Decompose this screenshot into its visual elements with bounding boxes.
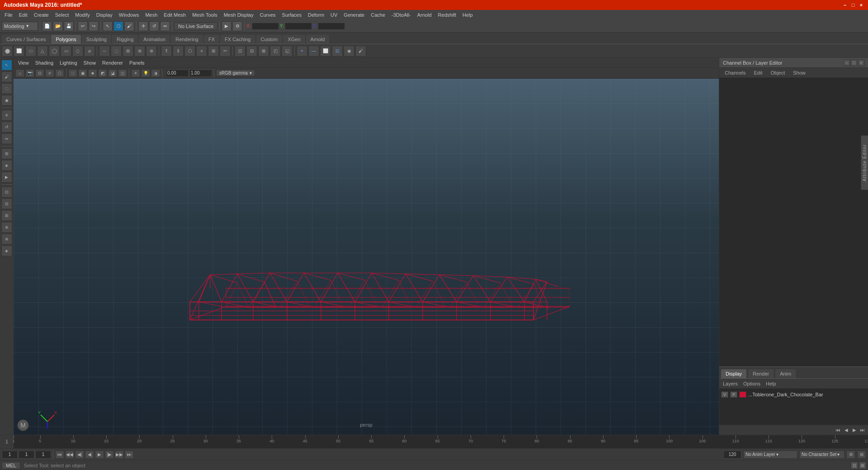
- vp-value1-input[interactable]: [166, 70, 189, 77]
- mel-button[interactable]: MEL: [2, 462, 20, 469]
- render-button[interactable]: ▶: [222, 21, 231, 31]
- soft-select-icon[interactable]: ◉: [344, 46, 354, 56]
- status-icon-2[interactable]: ⊞: [859, 462, 866, 469]
- vp-shading-3[interactable]: ■: [88, 69, 97, 77]
- select-mode-button[interactable]: ↖: [1, 60, 12, 70]
- bevel-icon[interactable]: ⬠: [184, 46, 195, 56]
- layer-row[interactable]: V P ...Toblerone_Dark_Chocolate_Bar: [721, 390, 866, 399]
- ch-tab-edit[interactable]: Edit: [750, 69, 766, 76]
- side-tool-1[interactable]: ⊡: [1, 187, 12, 197]
- vp-shading-5[interactable]: ◪: [108, 69, 117, 77]
- vp-menu-panels[interactable]: Panels: [127, 59, 147, 66]
- status-icon-1[interactable]: ⊡: [851, 462, 858, 469]
- menu-deform[interactable]: Deform: [305, 11, 327, 19]
- uv-layout-icon[interactable]: ⊟: [246, 46, 257, 56]
- vp-menu-renderer[interactable]: Renderer: [99, 59, 126, 66]
- move-button[interactable]: ✛: [1, 110, 12, 121]
- render-settings-button[interactable]: ⚙: [232, 21, 242, 31]
- cube-icon[interactable]: ⬜: [14, 46, 24, 56]
- ch-tab-channels[interactable]: Channels: [721, 69, 749, 76]
- menu-windows[interactable]: Windows: [116, 11, 142, 19]
- paint-tool-button[interactable]: 🖌: [1, 71, 12, 82]
- tab-fx-caching[interactable]: FX Caching: [220, 35, 255, 44]
- attribute-editor-tab[interactable]: Attribute Editor: [861, 136, 868, 190]
- vp-shading-2[interactable]: ▣: [78, 69, 87, 77]
- snap-button[interactable]: ⊞: [1, 148, 12, 159]
- dp-sub-layers[interactable]: Layers: [721, 380, 740, 387]
- x-input[interactable]: [252, 23, 279, 30]
- menu-mesh-tools[interactable]: Mesh Tools: [189, 11, 220, 19]
- dp-tab-render[interactable]: Render: [748, 369, 774, 378]
- pb-prev-key[interactable]: ◀|: [75, 451, 84, 459]
- menu-surfaces[interactable]: Surfaces: [279, 11, 304, 19]
- side-tool-4[interactable]: ⊕: [1, 222, 12, 233]
- menu-mesh-display[interactable]: Mesh Display: [221, 11, 256, 19]
- ch-tab-show[interactable]: Show: [789, 69, 809, 76]
- boolean-icon[interactable]: ⊕: [134, 46, 145, 56]
- cb-close-button[interactable]: ×: [858, 60, 864, 66]
- tab-fx[interactable]: FX: [204, 35, 219, 44]
- pipe-icon[interactable]: ⌀: [84, 46, 95, 56]
- move-tool-button[interactable]: ✛: [138, 21, 148, 31]
- vp-grid-button[interactable]: #: [45, 69, 54, 77]
- smooth-brush-button[interactable]: ◉: [1, 95, 12, 106]
- vp-menu-view[interactable]: View: [15, 59, 32, 66]
- layer-playback[interactable]: P: [730, 391, 737, 398]
- paint-vertex-icon[interactable]: 🖌: [355, 46, 366, 56]
- tab-curves-surfaces[interactable]: Curves / Surfaces: [2, 35, 50, 44]
- menu-generate[interactable]: Generate: [341, 11, 367, 19]
- side-tool-6[interactable]: ◈: [1, 245, 12, 256]
- plane-icon[interactable]: ▭: [61, 46, 71, 56]
- uv-project-icon[interactable]: ◰: [270, 46, 281, 56]
- select-face-icon[interactable]: ⬜: [320, 46, 331, 56]
- display-button[interactable]: ◈: [1, 160, 12, 171]
- anim-layer-dropdown[interactable]: No Anim Layer ▾: [743, 451, 797, 459]
- tab-polygons[interactable]: Polygons: [51, 35, 80, 44]
- vp-light-2[interactable]: 💡: [141, 69, 150, 77]
- smooth-icon[interactable]: ◌: [111, 46, 122, 56]
- vp-menu-shading[interactable]: Shading: [33, 59, 56, 66]
- menu-uv[interactable]: UV: [328, 11, 340, 19]
- combine-icon[interactable]: ⊗: [146, 46, 157, 56]
- layer-btn-1[interactable]: ⏮: [835, 427, 842, 434]
- tab-custom[interactable]: Custom: [256, 35, 283, 44]
- sculpt-tool-button[interactable]: ◌: [1, 83, 12, 94]
- scale-button[interactable]: ⇔: [1, 133, 12, 144]
- uv-editor-icon[interactable]: ⊡: [235, 46, 245, 56]
- vp-value2-input[interactable]: [189, 70, 212, 77]
- select-vert-icon[interactable]: •: [297, 46, 307, 56]
- menu-help[interactable]: Help: [460, 11, 476, 19]
- menu-3dto-all[interactable]: -3DtoAll-: [389, 11, 414, 19]
- lasso-select-button[interactable]: ⬡: [113, 21, 123, 31]
- menu-edit-mesh[interactable]: Edit Mesh: [161, 11, 189, 19]
- vp-camera-button[interactable]: 📷: [25, 69, 34, 77]
- chamfer-icon[interactable]: ⋄: [196, 46, 207, 56]
- vp-menu-show[interactable]: Show: [81, 59, 99, 66]
- mirror-icon[interactable]: ↔: [99, 46, 110, 56]
- 3d-viewport[interactable]: persp X Y Z M: [14, 79, 719, 435]
- menu-edit[interactable]: Edit: [16, 11, 30, 19]
- select-uv-icon[interactable]: ⊡: [332, 46, 343, 56]
- open-file-button[interactable]: 📂: [53, 21, 63, 31]
- tab-arnold[interactable]: Arnold: [306, 35, 330, 44]
- menu-display[interactable]: Display: [94, 11, 115, 19]
- rotate-button[interactable]: ↺: [1, 122, 12, 132]
- pb-play-fwd[interactable]: ▶: [95, 451, 104, 459]
- uv-cut-icon[interactable]: ◱: [282, 46, 292, 56]
- tab-rigging[interactable]: Rigging: [112, 35, 138, 44]
- frame-end-input[interactable]: [35, 451, 51, 459]
- pb-go-end[interactable]: ⏭: [125, 451, 134, 459]
- maximize-button[interactable]: □: [850, 2, 856, 8]
- ch-tab-object[interactable]: Object: [767, 69, 788, 76]
- insert-edge-icon[interactable]: ⊞: [208, 46, 219, 56]
- scale-tool-button[interactable]: ⇔: [160, 21, 170, 31]
- redo-button[interactable]: ↪: [89, 21, 99, 31]
- mode-dropdown[interactable]: Modeling ▾: [2, 22, 38, 31]
- pb-next-frame[interactable]: ▶▶: [115, 451, 124, 459]
- cone-icon[interactable]: △: [37, 46, 48, 56]
- disk-icon[interactable]: ⬯: [72, 46, 83, 56]
- y-input[interactable]: [285, 23, 312, 30]
- vp-shadows[interactable]: ◑: [151, 69, 160, 77]
- vp-shading-1[interactable]: □: [68, 69, 77, 77]
- tab-rendering[interactable]: Rendering: [171, 35, 203, 44]
